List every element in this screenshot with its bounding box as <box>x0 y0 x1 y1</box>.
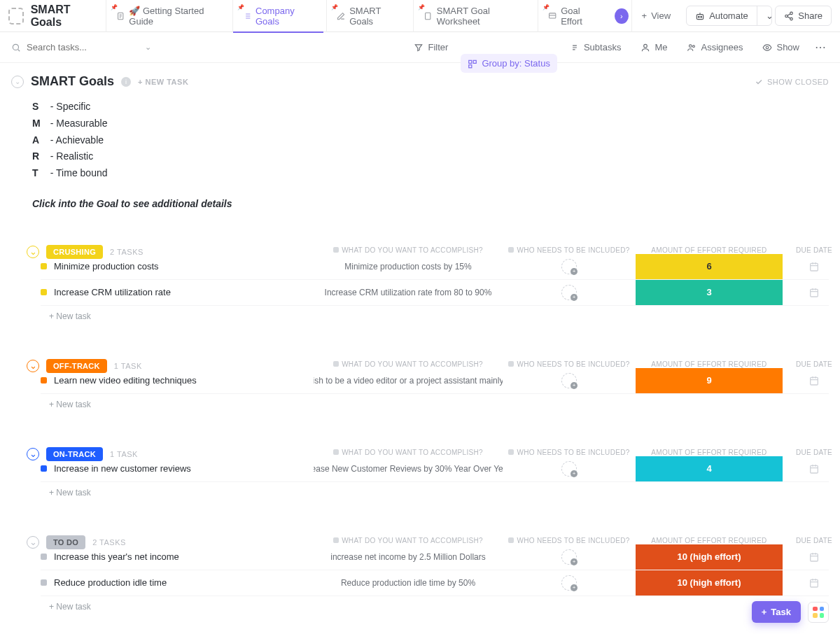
new-task-fab[interactable]: + Task <box>752 601 801 623</box>
info-icon[interactable]: i <box>121 77 131 87</box>
show-closed-label: SHOW CLOSED <box>767 78 829 86</box>
svg-rect-3 <box>696 14 703 19</box>
task-name: Increase this year's net income <box>41 544 314 570</box>
svg-point-13 <box>644 44 648 48</box>
new-task-link[interactable]: + New task <box>49 596 829 617</box>
new-task-link[interactable]: + New task <box>49 306 829 327</box>
effort-cell[interactable]: 4 <box>636 456 783 481</box>
group-collapse-icon[interactable]: ⌄ <box>27 536 39 549</box>
effort-cell[interactable]: 10 (high effort) <box>636 544 783 570</box>
groupby-button[interactable]: Group by: Status <box>461 54 557 73</box>
col-accomplish: WHAT DO YOU WANT TO ACCOMPLISH? <box>314 360 503 368</box>
new-task-button[interactable]: + NEW TASK <box>138 78 188 86</box>
due-date-cell[interactable] <box>783 280 840 305</box>
status-dot-icon <box>41 263 47 269</box>
apps-button[interactable] <box>808 602 829 623</box>
share-button[interactable]: Share <box>775 6 832 26</box>
pin-icon: 📌 <box>331 4 335 8</box>
add-assignee-icon <box>561 461 577 477</box>
due-date-cell[interactable] <box>783 570 840 596</box>
task-accomplish: Reduce production idle time by 50% <box>314 570 503 596</box>
tab-worksheet[interactable]: 📌 SMART Goal Worksheet <box>413 0 534 32</box>
task-assignee[interactable] <box>503 544 636 570</box>
task-row[interactable]: Increase CRM utilization rate Increase C… <box>41 280 829 306</box>
svg-rect-11 <box>474 60 477 63</box>
svg-rect-12 <box>469 64 472 67</box>
workspace-icon <box>8 8 24 24</box>
col-who: WHO NEEDS TO BE INCLUDED? <box>503 449 636 456</box>
task-row[interactable]: Minimize production costs Minimize produ… <box>41 254 829 280</box>
tab-company-goals[interactable]: 📌 Company Goals <box>232 0 323 32</box>
tab-getting-started[interactable]: 📌 🚀 Getting Started Guide <box>106 0 230 32</box>
more-button[interactable]: ⋯ <box>812 38 829 57</box>
show-closed-button[interactable]: SHOW CLOSED <box>755 78 829 86</box>
svg-rect-22 <box>811 579 818 587</box>
col-who: WHO NEEDS TO BE INCLUDED? <box>503 246 636 254</box>
svg-point-7 <box>785 15 788 17</box>
group-collapse-icon[interactable]: ⌄ <box>27 360 39 372</box>
task-name: Learn new video editing techniques <box>41 368 314 393</box>
effort-cell[interactable]: 10 (high effort) <box>636 570 783 596</box>
group-collapse-icon[interactable]: ⌄ <box>27 246 39 258</box>
svg-rect-19 <box>811 377 818 385</box>
due-date-cell[interactable] <box>783 368 840 393</box>
task-assignee[interactable] <box>503 368 636 393</box>
task-row[interactable]: Learn new video editing techniques I wis… <box>41 368 829 394</box>
effort-cell[interactable]: 3 <box>636 280 783 305</box>
col-accomplish: WHAT DO YOU WANT TO ACCOMPLISH? <box>314 246 503 254</box>
svg-point-16 <box>766 46 769 49</box>
me-button[interactable]: Me <box>634 38 674 57</box>
svg-rect-21 <box>811 554 818 561</box>
task-assignee[interactable] <box>503 456 636 481</box>
new-task-link[interactable]: + New task <box>49 394 829 415</box>
col-due: DUE DATE <box>783 360 840 368</box>
column-headers: WHAT DO YOU WANT TO ACCOMPLISH? WHO NEED… <box>27 449 829 456</box>
list-header: ⌄ SMART Goals i + NEW TASK SHOW CLOSED <box>11 74 829 89</box>
group-collapse-icon[interactable]: ⌄ <box>27 448 39 460</box>
new-task-link[interactable]: + New task <box>49 482 829 503</box>
filter-button[interactable]: Filter <box>407 38 455 57</box>
task-assignee[interactable] <box>503 570 636 596</box>
assignees-button[interactable]: Assignees <box>680 38 750 57</box>
show-button[interactable]: Show <box>755 38 806 57</box>
col-accomplish: WHAT DO YOU WANT TO ACCOMPLISH? <box>314 537 503 544</box>
subtasks-icon <box>570 43 580 52</box>
add-view-button[interactable]: + View <box>631 0 681 32</box>
subtasks-button[interactable]: Subtasks <box>563 38 628 57</box>
due-date-cell[interactable] <box>783 254 840 279</box>
nav-next-icon[interactable]: › <box>615 8 629 24</box>
automate-button[interactable]: Automate <box>687 6 757 25</box>
task-name: Increase in new customer reviews <box>41 456 314 481</box>
task-assignee[interactable] <box>503 280 636 305</box>
task-assignee[interactable] <box>503 254 636 279</box>
list-title: SMART Goals <box>31 74 114 89</box>
filter-icon <box>414 43 424 52</box>
tab-label: Goal Effort <box>561 6 599 27</box>
status-dot-icon <box>41 554 47 560</box>
tab-smart-goals[interactable]: 📌 SMART Goals <box>326 0 411 32</box>
svg-rect-10 <box>469 60 472 63</box>
due-date-cell[interactable] <box>783 456 840 481</box>
tab-goal-effort[interactable]: 📌 Goal Effort <box>538 0 609 32</box>
add-assignee-icon <box>561 373 577 388</box>
edit-icon <box>337 11 345 21</box>
fab-task-label: Task <box>771 607 791 617</box>
smart-line: M - Measurable <box>32 115 829 132</box>
doc-icon <box>424 11 432 21</box>
board-icon <box>548 11 556 21</box>
task-row[interactable]: Increase in new customer reviews Increas… <box>41 456 829 482</box>
svg-point-6 <box>790 12 793 15</box>
robot-icon <box>695 11 705 21</box>
chevron-down-icon: ⌄ <box>766 10 773 21</box>
search-input[interactable] <box>27 42 125 52</box>
chevron-down-icon[interactable]: ⌄ <box>145 43 151 52</box>
effort-cell[interactable]: 6 <box>636 254 783 279</box>
col-effort: AMOUNT OF EFFORT REQUIRED <box>636 537 783 544</box>
task-row[interactable]: Increase this year's net income increase… <box>41 544 829 570</box>
task-row[interactable]: Reduce production idle time Reduce produ… <box>41 570 829 596</box>
effort-cell[interactable]: 9 <box>636 368 783 393</box>
automate-dropdown[interactable]: ⌄ <box>757 6 773 25</box>
show-label: Show <box>776 42 799 52</box>
collapse-icon[interactable]: ⌄ <box>11 76 24 88</box>
due-date-cell[interactable] <box>783 544 840 570</box>
